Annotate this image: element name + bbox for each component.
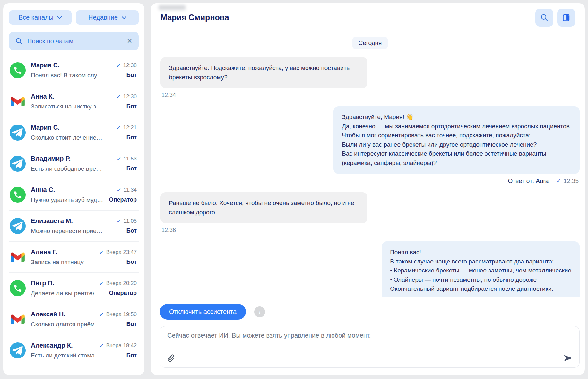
recency-filter-dropdown[interactable]: Недавние: [76, 10, 139, 25]
chat-agent-label: Бот: [117, 165, 137, 172]
telegram-icon: [10, 342, 26, 358]
chat-time: 11:05: [124, 218, 137, 224]
chat-list-item[interactable]: Алексей Н. Сколько длится приём? ✓ Вчера…: [9, 304, 139, 335]
telegram-logo: [10, 342, 26, 358]
chat-name: Владимир Р.: [31, 155, 111, 162]
chat-preview: Понял вас! В таком слу…: [31, 72, 111, 79]
chat-time: Вчера 19:50: [106, 311, 137, 318]
chat-preview: Есть ли свободное вре…: [31, 165, 111, 172]
chat-agent-label: Бот: [116, 72, 137, 79]
chat-name: Алина Г.: [31, 248, 94, 256]
chat-list-item[interactable]: Мария С. Сколько стоит лечение… ✓ 12:21 …: [9, 117, 139, 148]
whatsapp-logo: [10, 62, 26, 78]
assistant-controls: Отключить ассистента i: [160, 304, 580, 320]
chat-time: Вчера 23:47: [106, 249, 137, 255]
channels-filter-label: Все каналы: [19, 14, 54, 21]
whatsapp-logo: [10, 280, 26, 296]
date-separator: Сегодня: [352, 37, 388, 49]
composer: Отключить ассистента i: [151, 297, 585, 375]
chat-list-item[interactable]: Пётр П. Делаете ли вы рентген? ✓ Вчера 2…: [9, 273, 139, 304]
telegram-icon: [10, 125, 26, 141]
read-check-icon: ✓: [116, 125, 121, 131]
channels-filter-dropdown[interactable]: Все каналы: [9, 10, 72, 25]
message-row: Понял вас!В таком случае чаще всего расс…: [160, 241, 580, 297]
incoming-message-bubble: Раньше не было. Хочется, чтобы не очень …: [160, 192, 368, 223]
chat-agent-label: Оператор: [99, 290, 137, 297]
send-message-button[interactable]: [563, 354, 573, 363]
chevron-down-icon: [57, 16, 62, 19]
chat-preview: Сколько стоит лечение…: [31, 134, 111, 141]
outgoing-message-bubble: Здравствуйте, Мария! 👋Да, конечно — мы з…: [333, 106, 580, 174]
header-actions: [535, 9, 575, 27]
chat-preview: Запись на пятницу: [31, 259, 94, 266]
chat-agent-label: Бот: [99, 352, 137, 359]
page-title: Мария Смирнова: [160, 13, 229, 22]
search-icon: [540, 13, 549, 22]
chat-list-item[interactable]: Елизавета М. Можно перенести приё… ✓ 11:…: [9, 211, 139, 242]
search-input[interactable]: [27, 38, 122, 45]
message-input[interactable]: [167, 332, 560, 352]
chat-list-item[interactable]: Анна С. Нужно удалить зуб муд… ✓ 11:34 О…: [9, 179, 139, 211]
chat-list-item[interactable]: Алина Г. Запись на пятницу ✓ Вчера 23:47…: [9, 242, 139, 273]
gmail-logo: [10, 250, 26, 264]
message-history: Сегодня Здравствуйте. Подскажите, пожалу…: [151, 32, 585, 297]
reply-author-label: Ответ от: Aura: [508, 177, 549, 185]
message-time: 12:35: [563, 177, 579, 185]
send-icon: [563, 354, 573, 362]
message-row: Здравствуйте, Мария! 👋Да, конечно — мы з…: [160, 106, 580, 185]
clear-search-button[interactable]: ✕: [127, 37, 132, 45]
chat-preview: Сколько длится приём?: [31, 321, 94, 328]
chat-sidebar: Все каналы Недавние ✕ Мария С. Понял вас…: [3, 3, 144, 375]
read-check-icon: ✓: [556, 177, 561, 185]
chat-list-item[interactable]: Анна К. Записаться на чистку з… ✓ 12:30 …: [9, 86, 139, 117]
conversation-panel: Мария Смирнова Сегодня Здравствуйте. Под…: [151, 3, 585, 375]
gmail-icon: [10, 249, 26, 265]
gmail-icon: [10, 311, 26, 327]
message-time: 12:36: [161, 227, 176, 234]
chat-name: Алексей Н.: [31, 311, 94, 318]
whatsapp-icon: [10, 187, 26, 203]
message-input-box: [160, 326, 580, 368]
chat-agent-label: Бот: [99, 259, 137, 265]
incoming-message-bubble: Здравствуйте. Подскажите, пожалуйста, у …: [160, 57, 368, 88]
chat-list-item[interactable]: Александр К. Есть ли детский стомат… ✓ В…: [9, 335, 139, 366]
blurred-label: [159, 5, 186, 10]
chat-time: 12:21: [123, 125, 137, 131]
chat-search-bar: ✕: [9, 32, 139, 50]
chat-name: Анна С.: [31, 186, 104, 194]
chat-list-item[interactable]: Владимир Р. Есть ли свободное вре… ✓ 11:…: [9, 148, 139, 179]
info-icon[interactable]: i: [254, 306, 265, 317]
search-in-chat-button[interactable]: [535, 9, 553, 27]
app-container: Все каналы Недавние ✕ Мария С. Понял вас…: [0, 0, 588, 376]
message-time: 12:34: [161, 92, 176, 99]
chat-time: Вчера 18:42: [106, 342, 137, 349]
read-check-icon: ✓: [99, 342, 104, 349]
chat-agent-label: Бот: [116, 134, 137, 141]
telegram-icon: [10, 218, 26, 234]
read-check-icon: ✓: [99, 249, 104, 256]
details-panel-toggle-button[interactable]: [557, 9, 575, 27]
chat-name: Мария С.: [31, 124, 111, 131]
gmail-logo: [10, 312, 26, 327]
read-check-icon: ✓: [117, 218, 121, 225]
chat-time: 11:53: [124, 156, 137, 162]
chat-agent-label: Бот: [116, 103, 137, 110]
chat-time: 11:34: [124, 187, 137, 193]
chevron-down-icon: [122, 16, 126, 19]
chat-preview: Делаете ли вы рентген?: [31, 290, 94, 297]
read-check-icon: ✓: [117, 156, 121, 162]
chat-time: Вчера 20:20: [106, 280, 137, 287]
attach-file-button[interactable]: [167, 354, 176, 364]
read-check-icon: ✓: [116, 62, 121, 69]
chat-list-item[interactable]: Мария С. Понял вас! В таком слу… ✓ 12:38…: [9, 55, 139, 86]
read-check-icon: ✓: [99, 311, 104, 318]
search-icon: [15, 38, 22, 45]
recency-filter-label: Недавние: [88, 14, 118, 21]
telegram-icon: [10, 156, 26, 172]
chat-preview: Записаться на чистку з…: [31, 103, 111, 110]
telegram-logo: [10, 218, 26, 234]
chat-name: Пётр П.: [31, 280, 94, 287]
whatsapp-icon: [10, 280, 26, 296]
disable-assistant-button[interactable]: Отключить ассистента: [160, 304, 246, 320]
chat-preview: Можно перенести приё…: [31, 228, 111, 235]
